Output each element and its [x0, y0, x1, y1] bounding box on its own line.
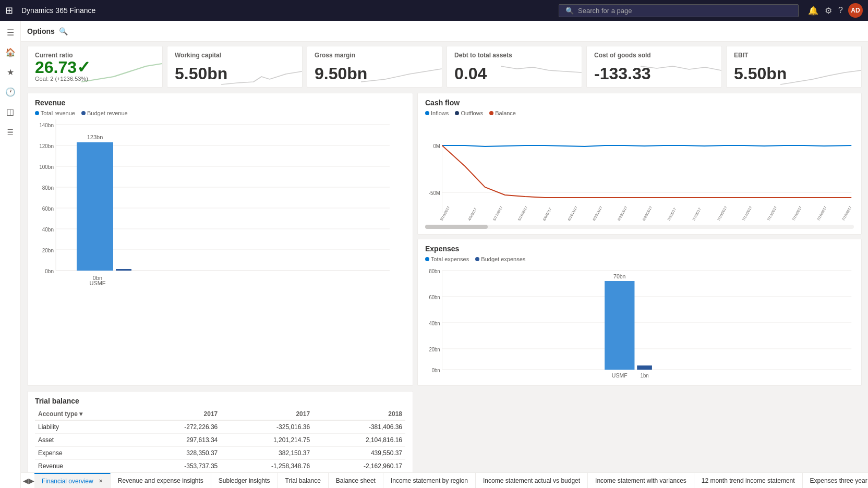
row-liability-type: Liability — [35, 420, 139, 434]
tab-12month-trend[interactable]: 12 month trend income statement — [694, 473, 803, 489]
col-2018[interactable]: 2018 — [313, 408, 405, 420]
trial-balance-row: Trial balance Account type ▾ 2017 2017 2… — [27, 391, 862, 472]
svg-text:6/22/2017: 6/22/2017 — [617, 205, 628, 222]
tab-nav-right[interactable]: ▶ — [29, 475, 34, 486]
tab-nav-left[interactable]: ◀ — [23, 475, 29, 486]
sub-search-icon[interactable]: 🔍 — [59, 27, 68, 35]
row-expense-col3: 439,550.37 — [313, 447, 405, 460]
tab-expenses-3yr[interactable]: Expenses three year trend — [803, 473, 868, 489]
trial-balance-wrapper: Trial balance Account type ▾ 2017 2017 2… — [27, 391, 413, 472]
search-bar[interactable]: 🔍 — [559, 4, 799, 17]
nav-home[interactable]: 🏠 — [1, 43, 20, 62]
table-row: Revenue -353,737.35 -1,258,348.76 -2,162… — [35, 460, 405, 473]
nav-list[interactable]: ≣ — [1, 122, 20, 141]
expenses-title: Expenses — [425, 245, 854, 253]
trial-balance-table: Account type ▾ 2017 2017 2018 Liability … — [35, 408, 405, 472]
tab-close-financial[interactable]: ✕ — [99, 478, 103, 484]
kpi-row: Current ratio 26.73✓ Goal: 2 (+1236.53%)… — [27, 46, 862, 88]
svg-text:USMF: USMF — [89, 280, 105, 286]
svg-text:140bn: 140bn — [39, 123, 54, 128]
tab-financial-overview[interactable]: Financial overview ✕ — [34, 473, 111, 489]
legend-outflows: Outflows — [455, 110, 483, 116]
nav-hamburger[interactable]: ☰ — [1, 23, 20, 42]
svg-text:7/18/2017: 7/18/2017 — [841, 205, 852, 222]
tab-trial-balance[interactable]: Trial balance — [278, 473, 329, 489]
revenue-chart-svg: 140bn 120bn 100bn 80bn 60bn 40bn 20bn 0b… — [35, 119, 390, 286]
search-icon: 🔍 — [565, 7, 574, 15]
svg-text:-50M: -50M — [429, 190, 440, 196]
revenue-bar-total — [77, 142, 113, 271]
svg-text:80bn: 80bn — [429, 269, 440, 274]
kpi-title-debt-to-assets: Debt to total assets — [454, 52, 574, 59]
row-liability-col1: -272,226.36 — [139, 420, 221, 434]
row-asset-type: Asset — [35, 434, 139, 447]
nav-workspaces[interactable]: ◫ — [1, 102, 20, 121]
svg-text:5/26/2017: 5/26/2017 — [517, 205, 528, 222]
svg-text:1bn: 1bn — [641, 373, 649, 379]
notification-icon[interactable]: 🔔 — [808, 6, 818, 16]
kpi-title-cost-of-goods: Cost of goods sold — [594, 52, 714, 59]
tab-income-variances[interactable]: Income statement with variances — [588, 473, 694, 489]
svg-text:7/16/2017: 7/16/2017 — [816, 205, 827, 222]
svg-text:80bn: 80bn — [42, 185, 54, 191]
row-revenue-col3: -2,162,960.17 — [313, 460, 405, 473]
kpi-card-gross-margin[interactable]: Gross margin 9.50bn — [307, 46, 442, 88]
legend-dot-balance — [489, 111, 493, 115]
trial-balance-panel: Trial balance Account type ▾ 2017 2017 2… — [27, 391, 413, 472]
tab-subledger[interactable]: Subledger insights — [211, 473, 278, 489]
table-row: Liability -272,226.36 -325,016.36 -381,4… — [35, 420, 405, 434]
kpi-card-working-capital[interactable]: Working capital 5.50bn — [167, 46, 303, 88]
search-input[interactable] — [578, 7, 792, 15]
expenses-chart-svg: 80bn 60bn 40bn 20bn 0bn 70bn — [425, 265, 854, 380]
svg-text:2/10/2017: 2/10/2017 — [439, 205, 450, 222]
cashflow-panel: Cash flow Inflows Outflows Balance — [417, 93, 862, 235]
col-2017-1[interactable]: 2017 — [139, 408, 221, 420]
kpi-title-gross-margin: Gross margin — [315, 52, 435, 59]
svg-text:6/16/2017: 6/16/2017 — [567, 205, 578, 222]
col-account-type[interactable]: Account type ▾ — [35, 408, 139, 420]
svg-text:0bn: 0bn — [432, 368, 440, 373]
kpi-card-current-ratio[interactable]: Current ratio 26.73✓ Goal: 2 (+1236.53%) — [27, 46, 163, 88]
legend-balance: Balance — [489, 110, 516, 116]
tab-income-region[interactable]: Income statement by region — [383, 473, 476, 489]
kpi-card-debt-to-assets[interactable]: Debt to total assets 0.04 — [447, 46, 582, 88]
kpi-card-cost-of-goods[interactable]: Cost of goods sold -133.33 — [586, 46, 722, 88]
legend-budget-revenue: Budget revenue — [81, 110, 128, 116]
nav-recent[interactable]: 🕐 — [1, 82, 20, 101]
row-expense-type: Expense — [35, 447, 139, 460]
bottom-tabs: ◀ ▶ Financial overview ✕ Revenue and exp… — [21, 472, 868, 488]
cashflow-chart-svg: 0M -50M 2/10/2017 4/5/2017 5/17/2017 5/2… — [425, 119, 854, 224]
revenue-bar-budget — [116, 269, 131, 271]
row-asset-col3: 2,104,816.16 — [313, 434, 405, 447]
nav-favorites[interactable]: ★ — [1, 63, 20, 81]
svg-text:20bn: 20bn — [42, 248, 54, 253]
row-revenue-type: Revenue — [35, 460, 139, 473]
svg-text:123bn: 123bn — [87, 134, 103, 140]
waffle-icon[interactable]: ⊞ — [5, 5, 13, 16]
expenses-bar-total — [605, 281, 634, 370]
row-expense-col2: 382,150.37 — [221, 447, 313, 460]
expenses-bar-budget — [637, 365, 652, 370]
svg-text:7/5/2017: 7/5/2017 — [667, 207, 677, 221]
legend-budget-expenses: Budget expenses — [475, 256, 525, 262]
svg-text:7/15/2017: 7/15/2017 — [791, 205, 802, 222]
settings-icon[interactable]: ⚙ — [825, 6, 832, 16]
tab-income-budget[interactable]: Income statement actual vs budget — [476, 473, 588, 489]
trial-balance-title: Trial balance — [35, 397, 405, 405]
cashflow-scrollbar[interactable] — [425, 225, 854, 229]
tab-balance-sheet[interactable]: Balance sheet — [329, 473, 383, 489]
svg-text:7/10/2017: 7/10/2017 — [717, 205, 728, 222]
help-icon[interactable]: ? — [838, 6, 843, 15]
kpi-card-ebit[interactable]: EBIT 5.50bn — [726, 46, 862, 88]
expenses-panel: Expenses Total expenses Budget expenses … — [417, 239, 862, 386]
avatar[interactable]: AD — [848, 3, 863, 18]
kpi-title-ebit: EBIT — [734, 52, 854, 59]
cashflow-legend: Inflows Outflows Balance — [425, 110, 854, 116]
col-2017-2[interactable]: 2017 — [221, 408, 313, 420]
legend-dot-outflows — [455, 111, 459, 115]
tab-revenue-expense[interactable]: Revenue and expense insights — [111, 473, 211, 489]
svg-text:7/7/2017: 7/7/2017 — [692, 207, 702, 221]
row-asset-col2: 1,201,214.75 — [221, 434, 313, 447]
top-navigation: ⊞ Dynamics 365 Finance 🔍 🔔 ⚙ ? AD — [0, 0, 868, 21]
svg-text:5/17/2017: 5/17/2017 — [492, 205, 503, 222]
